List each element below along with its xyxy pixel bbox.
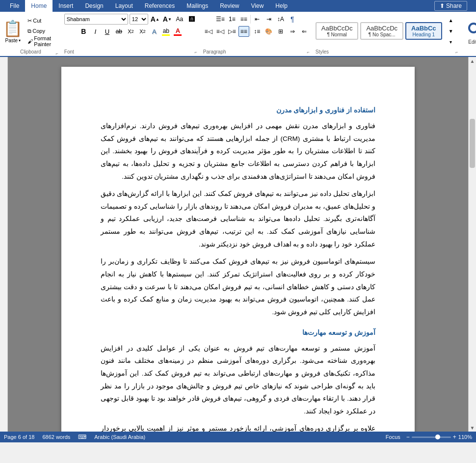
zoom-control[interactable]: − + 110% xyxy=(406,434,472,440)
zoom-in-icon[interactable]: + xyxy=(453,434,456,440)
focus-button[interactable]: Focus xyxy=(386,434,400,440)
clipboard-dialog-launcher[interactable]: ⌐ xyxy=(3,51,58,56)
cut-button[interactable]: ✂ Cut xyxy=(26,16,58,26)
align-right-button[interactable]: ▷≡ xyxy=(227,26,238,37)
styles-scroll-up[interactable]: ▲ xyxy=(446,15,456,26)
italic-button[interactable]: I xyxy=(90,26,101,37)
shading-button[interactable]: 🎨 xyxy=(264,26,274,37)
section-heading-1: استفاده از فناوری و ابزارهای مدرن xyxy=(101,106,375,114)
scroll-track xyxy=(469,65,476,424)
paragraph-2: ابزارهای تحلیل داده نیز می‌توانند به تیم… xyxy=(101,188,375,250)
zoom-thumb xyxy=(435,435,440,439)
paragraph-dialog-launcher[interactable]: ⌐ xyxy=(307,50,310,54)
multilevel-list-button[interactable]: ≡≡ xyxy=(238,14,249,25)
align-left-button[interactable]: ≡◁ xyxy=(203,26,214,37)
tab-layout[interactable]: Layout xyxy=(109,0,139,12)
tab-insert[interactable]: Insert xyxy=(53,0,79,12)
paragraph-group: ☰≡ 1≡ ≡≡ ⇤ ⇥ ↕A ¶ ≡◁ ≡◁ ▷≡ ≡≡ ↕≡ 🎨 xyxy=(200,12,313,56)
scroll-down-button[interactable]: ▼ xyxy=(469,424,476,432)
document-page: استفاده از فناوری و ابزارهای مدرن فناوری… xyxy=(61,67,415,432)
zoom-out-icon[interactable]: − xyxy=(406,434,410,440)
tab-review[interactable]: Review xyxy=(214,0,245,12)
grow-font-button[interactable]: A▲ xyxy=(150,14,160,25)
ribbon: File Home Insert Design Layout Reference… xyxy=(0,0,476,57)
superscript-button[interactable]: X2 xyxy=(137,26,148,37)
sort-button[interactable]: ↕A xyxy=(275,14,286,25)
language-icon: ⌨ xyxy=(78,434,86,440)
ribbon-tabs-bar: File Home Insert Design Layout Reference… xyxy=(0,0,476,12)
strikethrough-button[interactable]: ab xyxy=(113,26,124,37)
change-case-button[interactable]: Aa xyxy=(174,14,185,25)
styles-label: Styles xyxy=(316,48,329,56)
decrease-indent-button[interactable]: ⇤ xyxy=(252,14,263,25)
font-size-select[interactable]: 12 xyxy=(130,14,148,25)
style-nospace[interactable]: AaBbCcDc ¶ No Spac... xyxy=(360,22,403,40)
tab-home[interactable]: Home xyxy=(25,0,53,12)
font-group: Shabnam 12 A▲ A▼ Aa 🅰 B I U xyxy=(61,12,200,56)
editing-label xyxy=(464,54,476,56)
cut-icon: ✂ xyxy=(27,18,32,24)
paragraph-5: علاوه بر برگزاری دوره‌های آموزشی، ارائه … xyxy=(101,422,375,432)
word-count: 6862 words xyxy=(42,434,70,440)
font-name-select[interactable]: Shabnam xyxy=(64,14,128,25)
styles-dialog-launcher[interactable]: ⌐ xyxy=(455,50,458,54)
font-color-button[interactable]: A xyxy=(172,26,183,37)
copy-button[interactable]: ⧉ Copy xyxy=(26,26,58,36)
bold-button[interactable]: B xyxy=(78,26,89,37)
paste-icon: 📋 xyxy=(3,19,23,38)
tab-design[interactable]: Design xyxy=(79,0,109,12)
tab-view[interactable]: View xyxy=(245,0,270,12)
align-center-button[interactable]: ≡◁ xyxy=(215,26,226,37)
paragraph-1: فناوری و ابزارهای مدرن نقش مهمی در افزای… xyxy=(101,120,375,183)
bullets-button[interactable]: ☰≡ xyxy=(215,14,226,25)
font-color-indicator xyxy=(174,34,182,36)
zoom-slider[interactable] xyxy=(412,436,451,438)
line-spacing-button[interactable]: ↕≡ xyxy=(252,26,263,37)
status-bar: Page 6 of 18 6862 words ⌨ Arabic (Saudi … xyxy=(0,432,476,442)
section-heading-2: آموزش و توسعه مهارت‌ها xyxy=(101,328,375,336)
style-heading1[interactable]: AaBbCc Heading 1 xyxy=(405,22,442,40)
ltr-button[interactable]: ⇐ xyxy=(299,26,310,37)
page-info: Page 6 of 18 xyxy=(4,434,34,440)
subscript-button[interactable]: X2 xyxy=(125,26,136,37)
scroll-thumb[interactable] xyxy=(470,119,475,168)
zoom-level[interactable]: 110% xyxy=(458,434,472,440)
styles-group: AaBbCcDc ¶ Normal AaBbCcDc ¶ No Spac... … xyxy=(313,12,461,56)
increase-indent-button[interactable]: ⇥ xyxy=(264,14,274,25)
borders-button[interactable]: ⊞ xyxy=(275,26,286,37)
styles-more[interactable]: ▾ xyxy=(446,36,456,47)
tab-references[interactable]: References xyxy=(139,0,181,12)
underline-button[interactable]: U xyxy=(102,26,112,37)
paste-button[interactable]: 📋 Paste ▾ xyxy=(3,15,23,47)
tab-mailings[interactable]: Mailings xyxy=(181,0,214,12)
show-formatting-button[interactable]: ¶ xyxy=(287,14,298,25)
tab-file[interactable]: File xyxy=(4,0,25,12)
document-scroll-area[interactable]: استفاده از فناوری و ابزارهای مدرن فناوری… xyxy=(8,57,468,432)
left-margin xyxy=(0,57,8,432)
editing-group: Editing xyxy=(461,12,476,56)
rtl-button[interactable]: ⇒ xyxy=(287,26,298,37)
scroll-up-button[interactable]: ▲ xyxy=(469,57,476,65)
paste-dropdown-arrow[interactable]: ▾ xyxy=(19,38,21,43)
styles-scroll-down[interactable]: ▼ xyxy=(446,26,456,36)
font-dialog-launcher[interactable]: ⌐ xyxy=(195,50,197,54)
format-painter-icon: 🖌 xyxy=(27,38,33,44)
shrink-font-button[interactable]: A▼ xyxy=(162,14,173,25)
clear-formatting-button[interactable]: 🅰 xyxy=(186,14,197,25)
tab-help[interactable]: Help xyxy=(269,0,293,12)
share-button[interactable]: ⬆ Share xyxy=(429,0,472,12)
right-scrollbar[interactable]: ▲ ▼ xyxy=(468,57,476,432)
style-normal[interactable]: AaBbCcDc ¶ Normal xyxy=(316,22,359,40)
paragraph-3: سیستم‌های اتوماسیون فروش نیز به تیم‌های … xyxy=(101,255,375,318)
language-label: Arabic (Saudi Arabia) xyxy=(94,434,145,440)
highlight-color-button[interactable]: ab xyxy=(160,26,171,37)
format-painter-button[interactable]: 🖌 Format Painter xyxy=(26,36,58,46)
text-effects-button[interactable]: A xyxy=(149,26,159,37)
justify-button[interactable]: ≡≡ xyxy=(238,26,249,37)
copy-icon: ⧉ xyxy=(27,28,31,34)
highlight-color-indicator xyxy=(162,34,170,36)
clipboard-group: 📋 Paste ▾ ✂ Cut ⧉ Copy xyxy=(0,12,61,56)
numbering-button[interactable]: 1≡ xyxy=(227,14,238,25)
search-button[interactable]: Editing xyxy=(464,21,476,47)
document-area: استفاده از فناوری و ابزارهای مدرن فناوری… xyxy=(0,57,476,432)
